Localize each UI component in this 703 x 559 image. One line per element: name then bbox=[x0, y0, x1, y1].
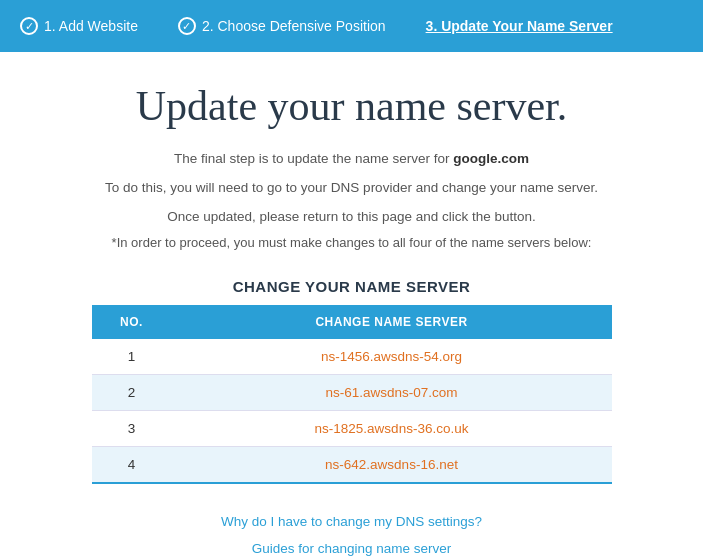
page-title: Update your name server. bbox=[40, 82, 663, 130]
table-heading: CHANGE YOUR NAME SERVER bbox=[92, 278, 612, 295]
domain-name: google.com bbox=[453, 151, 529, 166]
table-row: 3ns-1825.awsdns-36.co.uk bbox=[92, 410, 612, 446]
table-row: 4ns-642.awsdns-16.net bbox=[92, 446, 612, 483]
top-nav: ✓ 1. Add Website ✓ 2. Choose Defensive P… bbox=[0, 0, 703, 52]
nav-step-2[interactable]: ✓ 2. Choose Defensive Position bbox=[178, 17, 386, 35]
table-row: 2ns-61.awsdns-07.com bbox=[92, 374, 612, 410]
row-server: ns-642.awsdns-16.net bbox=[172, 446, 612, 483]
row-server: ns-1825.awsdns-36.co.uk bbox=[172, 410, 612, 446]
col-no: No. bbox=[92, 305, 172, 339]
row-server: ns-61.awsdns-07.com bbox=[172, 374, 612, 410]
step2-label: 2. Choose Defensive Position bbox=[202, 18, 386, 34]
row-server: ns-1456.awsdns-54.org bbox=[172, 339, 612, 375]
name-server-table-section: CHANGE YOUR NAME SERVER No. CHANGE NAME … bbox=[92, 278, 612, 484]
subtitle-line2: To do this, you will need to go to your … bbox=[40, 177, 663, 200]
links-section: Why do I have to change my DNS settings?… bbox=[40, 508, 663, 559]
row-number: 2 bbox=[92, 374, 172, 410]
dns-guides-link[interactable]: Guides for changing name server bbox=[40, 535, 663, 559]
warning-text: *In order to proceed, you must make chan… bbox=[40, 235, 663, 250]
row-number: 1 bbox=[92, 339, 172, 375]
table-header-row: No. CHANGE NAME SERVER bbox=[92, 305, 612, 339]
nav-step-1[interactable]: ✓ 1. Add Website bbox=[20, 17, 138, 35]
name-server-table: No. CHANGE NAME SERVER 1ns-1456.awsdns-5… bbox=[92, 305, 612, 484]
step1-check-icon: ✓ bbox=[20, 17, 38, 35]
col-server: CHANGE NAME SERVER bbox=[172, 305, 612, 339]
subtitle-line3: Once updated, please return to this page… bbox=[40, 206, 663, 229]
dns-faq-link[interactable]: Why do I have to change my DNS settings? bbox=[40, 508, 663, 535]
table-row: 1ns-1456.awsdns-54.org bbox=[92, 339, 612, 375]
subtitle-line1: The final step is to update the name ser… bbox=[40, 148, 663, 171]
step1-label: 1. Add Website bbox=[44, 18, 138, 34]
row-number: 3 bbox=[92, 410, 172, 446]
main-content: Update your name server. The final step … bbox=[0, 52, 703, 559]
nav-step-3[interactable]: 3. Update Your Name Server bbox=[426, 18, 613, 34]
step3-label: 3. Update Your Name Server bbox=[426, 18, 613, 34]
row-number: 4 bbox=[92, 446, 172, 483]
step2-check-icon: ✓ bbox=[178, 17, 196, 35]
